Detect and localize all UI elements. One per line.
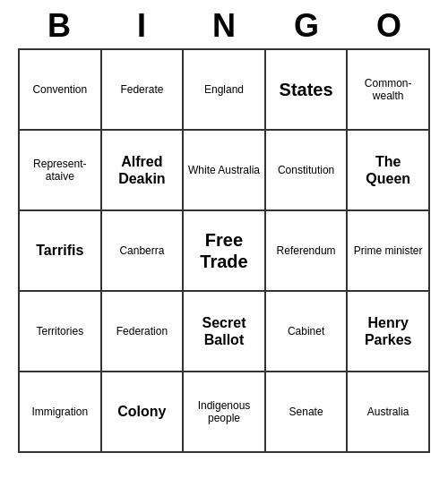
- bingo-grid: ConventionFederateEnglandStatesCommon-we…: [18, 48, 430, 453]
- bingo-cell-15[interactable]: Territories: [20, 292, 102, 372]
- bingo-cell-14[interactable]: Prime minister: [348, 211, 430, 292]
- bingo-cell-24[interactable]: Australia: [348, 372, 430, 453]
- bingo-cell-4[interactable]: Common-wealth: [348, 50, 430, 131]
- bingo-cell-22[interactable]: Indigenous people: [184, 372, 266, 453]
- bingo-cell-3[interactable]: States: [266, 50, 349, 131]
- letter-i: I: [106, 7, 177, 45]
- bingo-cell-0[interactable]: Convention: [20, 50, 102, 131]
- bingo-cell-10[interactable]: Tarrifis: [20, 211, 102, 292]
- bingo-cell-19[interactable]: Henry Parkes: [348, 292, 430, 372]
- letter-g: G: [271, 7, 342, 45]
- bingo-cell-2[interactable]: England: [184, 50, 266, 131]
- bingo-cell-1[interactable]: Federate: [102, 50, 185, 131]
- bingo-cell-21[interactable]: Colony: [102, 372, 185, 453]
- bingo-cell-5[interactable]: Represent-ataive: [20, 131, 102, 211]
- bingo-cell-17[interactable]: Secret Ballot: [184, 292, 266, 372]
- bingo-cell-12[interactable]: Free Trade: [184, 211, 266, 292]
- bingo-cell-23[interactable]: Senate: [266, 372, 349, 453]
- letter-n: N: [188, 7, 260, 45]
- bingo-cell-8[interactable]: Constitution: [266, 131, 349, 211]
- bingo-cell-11[interactable]: Canberra: [102, 211, 185, 292]
- bingo-cell-7[interactable]: White Australia: [184, 131, 266, 211]
- bingo-cell-9[interactable]: The Queen: [348, 131, 430, 211]
- letter-b: B: [23, 7, 95, 45]
- bingo-cell-18[interactable]: Cabinet: [266, 292, 349, 372]
- bingo-cell-6[interactable]: Alfred Deakin: [102, 131, 185, 211]
- bingo-cell-16[interactable]: Federation: [102, 292, 185, 372]
- letter-o: O: [353, 7, 425, 45]
- bingo-header: B I N G O: [18, 0, 430, 48]
- bingo-cell-13[interactable]: Referendum: [266, 211, 349, 292]
- bingo-cell-20[interactable]: Immigration: [20, 372, 102, 453]
